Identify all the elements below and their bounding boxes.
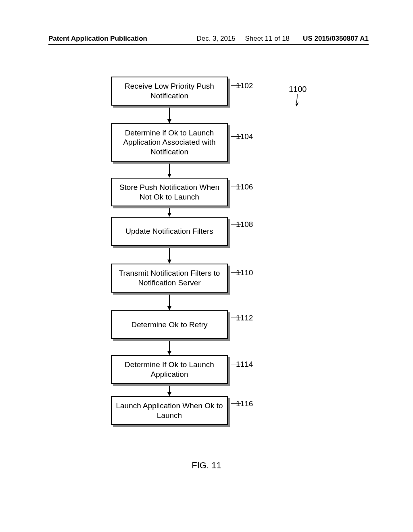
patent-figure-page: Patent Application Publication Dec. 3, 2… <box>0 0 413 532</box>
figure-reference-numeral: 1100 <box>289 85 307 94</box>
step-text: Determine Ok to Retry <box>131 320 208 329</box>
flow-arrow <box>111 106 228 123</box>
step-ref: 1116 <box>236 399 253 408</box>
flow-box: Receive Low Priority Push Notification <box>111 77 228 106</box>
flow-arrow <box>111 246 228 264</box>
flow-step: Receive Low Priority Push Notification 1… <box>111 77 228 106</box>
flowchart: Receive Low Priority Push Notification 1… <box>111 77 228 425</box>
flow-box: Determine If Ok to Launch Application <box>111 355 228 384</box>
step-ref: 1112 <box>236 314 253 322</box>
publication-date: Dec. 3, 2015 <box>196 35 235 42</box>
header-rule <box>48 44 369 45</box>
flow-step: Update Notification Filters 1108 <box>111 217 228 246</box>
figure-reference-hook <box>296 94 305 108</box>
step-ref: 1102 <box>236 81 253 90</box>
step-text: Launch Application When Ok to Launch <box>116 401 223 420</box>
step-text: Determine if Ok to Launch Application As… <box>123 129 215 156</box>
sheet-number: Sheet 11 of 18 <box>245 35 290 42</box>
header-right: Dec. 3, 2015 Sheet 11 of 18 US 2015/0350… <box>196 35 369 43</box>
step-ref: 1104 <box>236 132 253 141</box>
step-ref: 1110 <box>236 268 253 277</box>
page-header: Patent Application Publication Dec. 3, 2… <box>0 35 413 45</box>
step-text: Transmit Notification Filters to Notific… <box>119 269 220 287</box>
step-text: Receive Low Priority Push Notification <box>125 82 214 100</box>
flow-step: Determine If Ok to Launch Application 11… <box>111 355 228 384</box>
flow-step: Determine Ok to Retry 1112 <box>111 310 228 339</box>
flow-step: Transmit Notification Filters to Notific… <box>111 264 228 293</box>
step-ref: 1106 <box>236 183 253 191</box>
step-text: Determine If Ok to Launch Application <box>125 360 214 378</box>
flow-box: Update Notification Filters <box>111 217 228 246</box>
flow-arrow <box>111 339 228 355</box>
flow-box: Determine Ok to Retry <box>111 310 228 339</box>
publication-type: Patent Application Publication <box>48 35 147 43</box>
flow-step: Determine if Ok to Launch Application As… <box>111 123 228 162</box>
flow-step: Launch Application When Ok to Launch 111… <box>111 396 228 425</box>
flow-arrow <box>111 384 228 396</box>
flow-box: Launch Application When Ok to Launch <box>111 396 228 425</box>
step-ref: 1114 <box>236 360 253 369</box>
step-ref: 1108 <box>236 220 253 229</box>
figure-label: FIG. 11 <box>0 460 413 471</box>
flow-step: Store Push Notification When Not Ok to L… <box>111 178 228 207</box>
flow-arrow <box>111 162 228 178</box>
flow-box: Transmit Notification Filters to Notific… <box>111 264 228 293</box>
flow-arrow <box>111 206 228 217</box>
step-text: Update Notification Filters <box>125 227 213 235</box>
publication-number: US 2015/0350807 A1 <box>303 35 369 42</box>
step-text: Store Push Notification When Not Ok to L… <box>119 183 219 201</box>
flow-arrow <box>111 293 228 310</box>
flow-box: Store Push Notification When Not Ok to L… <box>111 178 228 207</box>
flow-box: Determine if Ok to Launch Application As… <box>111 123 228 162</box>
header-row: Patent Application Publication Dec. 3, 2… <box>48 35 369 44</box>
